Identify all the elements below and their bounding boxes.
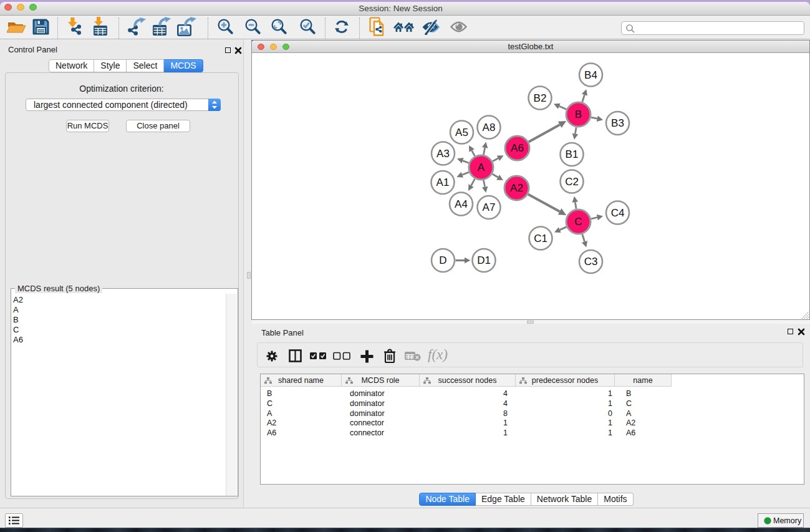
svg-text:C4: C4 (611, 207, 625, 219)
svg-text:A: A (478, 162, 485, 173)
svg-text:B1: B1 (566, 148, 579, 160)
svg-text:C1: C1 (534, 233, 547, 244)
svg-text:C: C (574, 216, 582, 228)
svg-text:B2: B2 (534, 92, 547, 104)
svg-text:D: D (439, 254, 446, 266)
svg-text:A8: A8 (483, 122, 496, 133)
svg-text:A6: A6 (511, 142, 524, 154)
svg-text:A3: A3 (436, 148, 450, 160)
svg-text:A4: A4 (455, 198, 468, 210)
svg-text:B4: B4 (584, 69, 597, 81)
svg-text:C2: C2 (565, 176, 579, 188)
svg-text:D1: D1 (477, 254, 491, 266)
svg-text:B3: B3 (611, 117, 624, 129)
svg-text:C3: C3 (584, 256, 598, 268)
svg-text:B: B (575, 109, 582, 120)
svg-text:A7: A7 (483, 201, 496, 213)
svg-text:A1: A1 (436, 177, 450, 188)
svg-text:A5: A5 (455, 127, 468, 138)
svg-text:A2: A2 (510, 182, 523, 194)
